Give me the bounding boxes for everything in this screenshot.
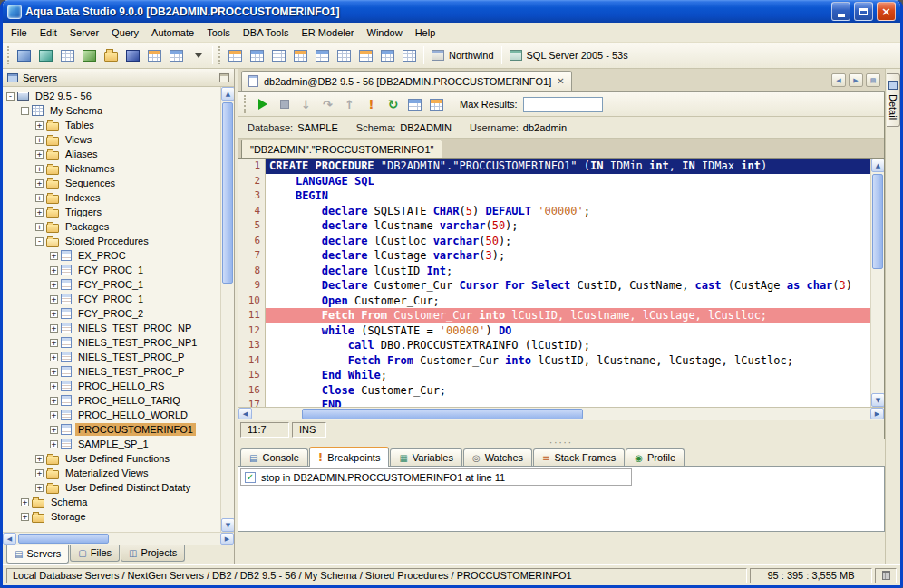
tree-expander-icon[interactable]: + bbox=[35, 165, 44, 173]
step-return-button[interactable]: ↑ bbox=[339, 94, 360, 114]
tab-breakpoints[interactable]: !Breakpoints bbox=[309, 447, 390, 467]
results-grid-button[interactable] bbox=[404, 94, 425, 114]
tree-scroll-thumb[interactable] bbox=[222, 102, 233, 284]
tree-item[interactable]: +PROC_HELLO_WORLD bbox=[3, 408, 220, 422]
server-indicator[interactable]: SQL Server 2005 - 53s bbox=[506, 50, 632, 61]
stop-button[interactable] bbox=[274, 94, 295, 114]
menu-item-edit[interactable]: Edit bbox=[34, 24, 63, 41]
scroll-up-icon[interactable]: ▲ bbox=[221, 87, 234, 101]
close-tab-icon[interactable]: ✕ bbox=[557, 76, 564, 86]
tree-expander-icon[interactable]: + bbox=[50, 324, 58, 333]
er-diagram-button[interactable] bbox=[312, 45, 333, 65]
tree-expander-icon[interactable]: + bbox=[35, 469, 44, 477]
grid-export-button[interactable] bbox=[377, 45, 398, 65]
detail-tab[interactable]: Detail bbox=[887, 73, 900, 127]
tree-item[interactable]: +User Defined Functions bbox=[3, 451, 220, 466]
tree-item[interactable]: +Schema bbox=[3, 495, 220, 509]
scroll-left-icon[interactable]: ◀ bbox=[238, 408, 252, 419]
float-panel-icon[interactable] bbox=[219, 73, 229, 82]
save-file-button[interactable] bbox=[122, 45, 143, 65]
tree-expander-icon[interactable]: + bbox=[50, 426, 58, 434]
tree-expander-icon[interactable]: + bbox=[35, 121, 44, 130]
query-builder-button[interactable] bbox=[247, 45, 267, 65]
tree-expander-icon[interactable]: + bbox=[35, 223, 44, 231]
tree-expander-icon[interactable]: - bbox=[6, 92, 15, 101]
tree-item[interactable]: +SAMPLE_SP_1 bbox=[3, 437, 220, 451]
tree-expander-icon[interactable]: + bbox=[50, 368, 58, 376]
step-over-button[interactable]: ↷ bbox=[317, 94, 338, 114]
tree-item[interactable]: +FCY_PROC_1 bbox=[3, 263, 220, 277]
tree-expander-icon[interactable]: - bbox=[35, 237, 44, 246]
pivot-grid-button[interactable] bbox=[355, 45, 376, 65]
scroll-down-icon[interactable]: ▼ bbox=[221, 518, 234, 532]
next-tab-icon[interactable]: ▶ bbox=[849, 73, 863, 87]
menu-item-help[interactable]: Help bbox=[409, 24, 442, 41]
query-analyzer-button[interactable] bbox=[225, 45, 246, 65]
close-button[interactable]: × bbox=[877, 2, 896, 21]
tree-expander-icon[interactable]: + bbox=[35, 179, 44, 188]
maximize-button[interactable] bbox=[854, 2, 873, 21]
scroll-up-icon[interactable]: ▲ bbox=[871, 159, 884, 172]
tree-item[interactable]: +NIELS_TEST_PROC_NP1 bbox=[3, 335, 220, 350]
scroll-right-icon[interactable]: ▶ bbox=[870, 408, 884, 419]
run-button[interactable] bbox=[252, 94, 273, 114]
tree-expander-icon[interactable]: + bbox=[35, 194, 44, 202]
break-on-error-button[interactable]: ! bbox=[361, 94, 382, 114]
tree-item[interactable]: +Materialized Views bbox=[3, 466, 220, 480]
menu-item-query[interactable]: Query bbox=[105, 24, 145, 41]
tree-expander-icon[interactable]: + bbox=[50, 382, 58, 390]
tab-profile[interactable]: ◉Profile bbox=[626, 448, 685, 466]
tree-expander-icon[interactable]: + bbox=[35, 208, 44, 217]
document-tab[interactable]: db2admin@DB2 9.5 - 56 [DB2ADMIN.PROCCUST… bbox=[241, 71, 572, 91]
tree-item[interactable]: +PROC_HELLO_RS bbox=[3, 379, 220, 393]
scroll-right-icon[interactable]: ▶ bbox=[220, 533, 234, 545]
tab-console[interactable]: ▤Console bbox=[240, 448, 308, 466]
tree-expander-icon[interactable]: + bbox=[35, 455, 44, 463]
tree-expander-icon[interactable]: + bbox=[50, 310, 58, 318]
step-into-button[interactable]: ↓ bbox=[296, 94, 316, 114]
editor-hscroll-track[interactable] bbox=[252, 408, 870, 420]
sidebar-tab-servers[interactable]: ▤Servers bbox=[6, 545, 69, 564]
menu-item-automate[interactable]: Automate bbox=[145, 24, 200, 41]
open-file-button[interactable] bbox=[101, 45, 121, 65]
scroll-left-icon[interactable]: ◀ bbox=[3, 533, 16, 545]
prev-tab-icon[interactable]: ◀ bbox=[831, 73, 846, 87]
import-tool-button[interactable] bbox=[144, 45, 165, 65]
sidebar-tab-projects[interactable]: ◫Projects bbox=[121, 545, 185, 562]
tree-item[interactable]: -Stored Procedures bbox=[3, 234, 220, 248]
tree-item[interactable]: +NIELS_TEST_PROC_NP bbox=[3, 321, 220, 335]
breakpoint-checkbox[interactable]: ✓ bbox=[245, 472, 256, 483]
tree-item[interactable]: +FCY_PROC_1 bbox=[3, 292, 220, 306]
sidebar-tab-files[interactable]: ▢Files bbox=[70, 545, 120, 562]
tree-item[interactable]: +Nicknames bbox=[3, 161, 220, 176]
menu-item-dba-tools[interactable]: DBA Tools bbox=[237, 24, 296, 41]
editor-horizontal-scrollbar[interactable]: ◀ ▶ bbox=[238, 407, 884, 420]
breakpoint-row[interactable]: ✓ stop in DB2ADMIN.PROCCUSTOMERINFO1 at … bbox=[240, 468, 632, 486]
tree-expander-icon[interactable]: + bbox=[21, 513, 29, 521]
tree-expander-icon[interactable]: + bbox=[50, 295, 58, 304]
tree-hscroll-track[interactable] bbox=[16, 533, 220, 545]
menu-item-file[interactable]: File bbox=[5, 24, 34, 41]
editor-tab[interactable]: "DB2ADMIN"."PROCCUSTOMERINFO1" bbox=[241, 140, 442, 158]
tools-dropdown-button[interactable] bbox=[188, 45, 209, 65]
tree-item[interactable]: +Indexes bbox=[3, 190, 220, 205]
tree-expander-icon[interactable]: + bbox=[50, 281, 58, 289]
minimize-button[interactable] bbox=[831, 2, 850, 21]
tree-horizontal-scrollbar[interactable]: ◀ ▶ bbox=[3, 532, 234, 545]
menu-item-window[interactable]: Window bbox=[361, 24, 409, 41]
editor-scroll-thumb[interactable] bbox=[872, 174, 883, 269]
tree-expander-icon[interactable]: + bbox=[50, 353, 58, 361]
tab-variables[interactable]: ▦Variables bbox=[390, 448, 462, 466]
connection-indicator[interactable]: Northwind bbox=[428, 50, 498, 61]
tree-item[interactable]: +PROC_HELLO_TARIQ bbox=[3, 393, 220, 408]
tab-stack-frames[interactable]: ≡Stack Frames bbox=[533, 448, 625, 466]
schema-compare-button[interactable] bbox=[334, 45, 354, 65]
table-data-editor-button[interactable] bbox=[268, 45, 289, 65]
tree-expander-icon[interactable]: + bbox=[35, 484, 44, 492]
tree-hscroll-thumb[interactable] bbox=[18, 534, 109, 544]
tree-expander-icon[interactable]: + bbox=[50, 440, 58, 448]
max-results-input[interactable] bbox=[523, 97, 603, 112]
tree-item[interactable]: +PROCCUSTOMERINFO1 bbox=[3, 422, 220, 437]
tree-item[interactable]: +EX_PROC bbox=[3, 248, 220, 263]
tree-item[interactable]: +Tables bbox=[3, 118, 220, 132]
